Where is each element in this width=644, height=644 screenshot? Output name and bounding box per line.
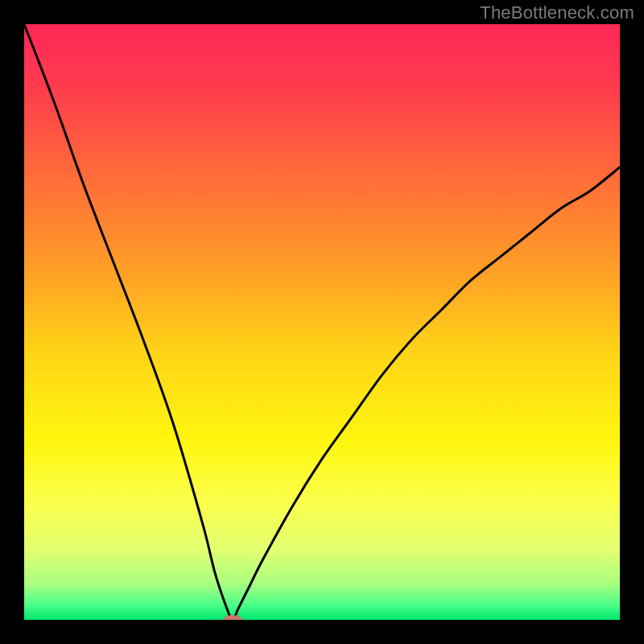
bottleneck-chart bbox=[24, 24, 620, 620]
plot-area bbox=[24, 24, 620, 620]
watermark-text: TheBottleneck.com bbox=[480, 2, 634, 23]
gradient-background bbox=[24, 24, 620, 620]
chart-frame: TheBottleneck.com bbox=[0, 0, 644, 644]
